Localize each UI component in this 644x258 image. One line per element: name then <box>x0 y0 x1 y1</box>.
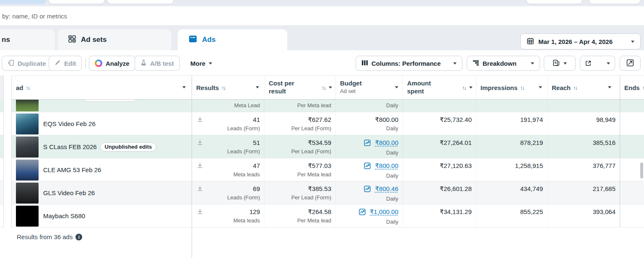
download-icon[interactable] <box>197 163 203 170</box>
duplicate-button[interactable]: Duplicate <box>2 56 52 71</box>
chevron-down-icon[interactable] <box>469 87 473 89</box>
chevron-down-icon[interactable] <box>608 86 611 88</box>
column-divider <box>620 75 620 227</box>
sort-arrows-icon[interactable]: ↑↓ <box>642 85 644 91</box>
header-results[interactable]: Results ↑↓ <box>192 76 264 99</box>
sort-arrows-icon[interactable]: ↑↓ <box>26 85 30 91</box>
amount-spent-value: ₹25,732.40 <box>403 116 472 124</box>
partial-button[interactable] <box>589 0 641 4</box>
ad-name-link[interactable]: CLE AMG 53 Feb 26 <box>43 166 101 173</box>
amount-spent-value: ₹27,264.01 <box>403 139 472 147</box>
calendar-icon <box>527 37 534 46</box>
table-row[interactable]: S CLass FEB 2026 Unpublished edits 51 Le… <box>0 135 644 158</box>
partial-button[interactable] <box>48 0 105 4</box>
table-row[interactable]: Maybach S680 129 Meta leads ₹264.58 Per … <box>0 204 644 227</box>
impressions-value: 191,974 <box>476 116 543 124</box>
budget-link[interactable]: ₹800.00 <box>375 139 398 146</box>
tab-ad-sets-label: Ad sets <box>81 36 106 44</box>
ad-thumbnail[interactable] <box>16 183 39 204</box>
table-row[interactable]: GLS Video Feb 26 69 Leads (Form) ₹385.53… <box>0 181 644 204</box>
export-icon[interactable] <box>580 60 592 67</box>
sort-arrows-icon[interactable]: ↑↓ <box>322 84 325 92</box>
date-range-picker[interactable]: Mar 1, 2026 – Apr 4, 2026 <box>520 34 641 49</box>
budget-chart-icon[interactable] <box>364 139 371 148</box>
budget-link[interactable]: ₹800.46 <box>375 185 398 192</box>
header-amount-spent[interactable]: Amount spent ↑↓ <box>402 76 476 99</box>
partial-button[interactable] <box>526 0 582 4</box>
budget-chart-icon[interactable] <box>364 163 371 171</box>
ad-thumbnail[interactable] <box>16 114 39 134</box>
date-range-label: Mar 1, 2026 – Apr 4, 2026 <box>538 38 613 45</box>
header-ad[interactable]: ad ↑↓ <box>12 76 192 99</box>
breakdown-icon <box>473 59 479 67</box>
duplicate-label: Duplicate <box>18 60 46 67</box>
ab-test-button[interactable]: A/B test <box>135 56 180 71</box>
budget-link[interactable]: ₹800.00 <box>375 116 398 123</box>
tab-ad-sets[interactable]: Ad sets <box>57 29 171 50</box>
analyze-button[interactable]: Analyze <box>89 56 135 71</box>
sort-arrows-icon[interactable]: ↑↓ <box>462 84 466 92</box>
table-row[interactable]: EQS Video Feb 26 41 Leads (Form) ₹627.62… <box>0 112 644 135</box>
budget-chart-icon[interactable] <box>359 209 366 217</box>
sort-arrows-icon[interactable]: ↑↓ <box>520 85 524 91</box>
header-budget-label: Budget <box>340 79 402 87</box>
chevron-down-icon[interactable] <box>607 62 610 64</box>
chevron-down-icon[interactable] <box>329 87 332 89</box>
row-select-gutter[interactable] <box>3 75 12 227</box>
cost-label: Per Lead (Form) <box>265 125 331 132</box>
header-reach[interactable]: Reach ↑↓ <box>547 76 620 99</box>
chevron-down-icon[interactable] <box>256 86 259 88</box>
reports-button[interactable] <box>544 56 576 71</box>
budget-label: Daily <box>336 195 398 203</box>
charts-trend-button[interactable] <box>620 56 641 71</box>
edit-button[interactable]: Edit <box>49 56 82 71</box>
budget-link[interactable]: ₹1,000.00 <box>370 208 398 215</box>
cost-value: ₹577.03 <box>265 162 331 170</box>
cost-label: Per Lead (Form) <box>265 194 331 201</box>
table-row[interactable]: Meta Lead Per Meta lead Daily <box>0 100 644 112</box>
download-icon[interactable] <box>197 186 203 193</box>
breakdown-button[interactable]: Breakdown <box>467 56 540 71</box>
header-ends[interactable]: Ends ↑↓ <box>620 76 644 99</box>
partial-button-primary[interactable] <box>0 0 47 4</box>
header-cost-per-result[interactable]: Cost per result ↑↓ <box>264 76 335 99</box>
budget-label: Daily <box>336 125 398 132</box>
header-budget[interactable]: Budget Ad set <box>335 76 402 99</box>
chevron-down-icon[interactable] <box>182 86 186 88</box>
sort-arrows-icon[interactable]: ↑↓ <box>573 85 577 91</box>
ad-name-link[interactable]: Maybach S680 <box>43 212 85 219</box>
columns-button[interactable]: Columns: Performance <box>356 56 462 71</box>
impressions-value: 434,749 <box>476 185 543 193</box>
search-bar[interactable]: by: name, ID or metrics <box>0 6 644 26</box>
ad-name-link[interactable]: EQS Video Feb 26 <box>43 120 96 127</box>
download-icon[interactable] <box>197 139 203 147</box>
tab-campaigns[interactable]: ns <box>0 29 55 50</box>
chevron-down-icon[interactable] <box>395 86 398 88</box>
reach-value: 376,777 <box>548 162 615 170</box>
ad-thumbnail[interactable] <box>16 137 39 157</box>
budget-link[interactable]: ₹800.00 <box>375 162 398 169</box>
more-button[interactable]: More <box>189 56 214 71</box>
ad-name-link[interactable]: GLS Video Feb 26 <box>43 189 95 196</box>
amount-spent-value: ₹27,120.63 <box>403 162 472 170</box>
results-label: Meta Lead <box>192 102 260 109</box>
download-icon[interactable] <box>197 116 203 124</box>
ad-thumbnail[interactable] <box>16 206 39 227</box>
download-icon[interactable] <box>197 209 203 216</box>
header-impressions[interactable]: Impressions ↑↓ <box>476 76 547 99</box>
ad-thumbnail[interactable] <box>16 160 39 181</box>
tab-ads-active[interactable]: Ads <box>178 29 287 50</box>
duplicate-icon <box>8 59 14 67</box>
info-icon[interactable]: i <box>75 234 82 240</box>
vertical-scrollbar-thumb[interactable] <box>640 163 643 178</box>
table-row[interactable]: CLE AMG 53 Feb 26 47 Meta leads ₹577.03 … <box>0 158 644 181</box>
budget-chart-icon[interactable] <box>364 186 371 194</box>
header-impressions-label: Impressions <box>480 84 517 91</box>
chevron-down-icon[interactable] <box>539 86 542 88</box>
export-button-group[interactable] <box>580 56 615 71</box>
ad-thumbnail[interactable] <box>16 100 39 111</box>
sort-arrows-icon[interactable]: ↑↓ <box>221 85 225 91</box>
partial-button[interactable] <box>107 0 174 4</box>
ad-name-link[interactable]: S CLass FEB 2026 <box>43 143 97 150</box>
cost-value: ₹627.62 <box>265 116 331 124</box>
